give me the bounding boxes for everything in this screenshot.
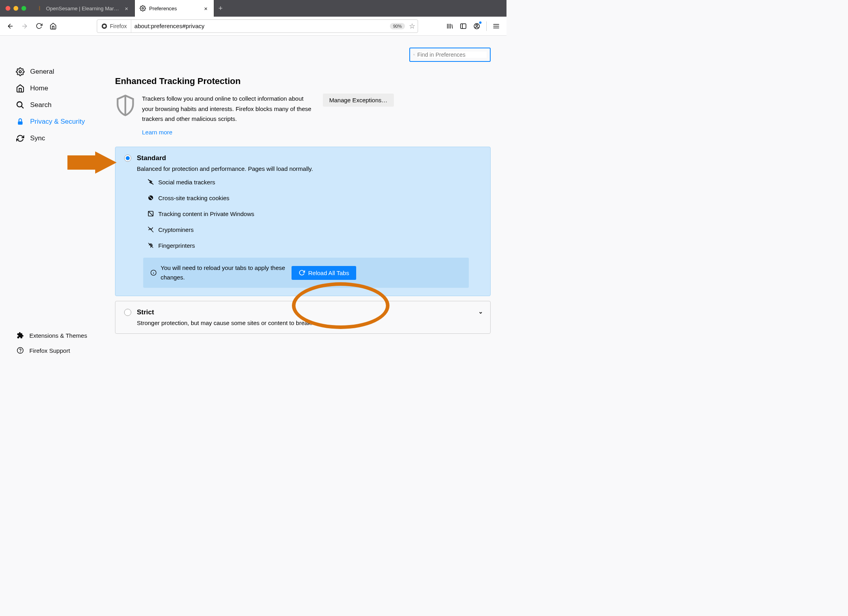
- preferences-search-input[interactable]: [417, 52, 487, 58]
- tracker-label: Tracking content in Private Windows: [158, 210, 254, 217]
- bookmark-star-icon[interactable]: ☆: [407, 22, 418, 31]
- forward-button[interactable]: [18, 20, 31, 33]
- library-button[interactable]: [443, 20, 456, 33]
- chevron-down-icon[interactable]: ⌄: [478, 308, 483, 315]
- sidebar-item-search[interactable]: Search: [16, 97, 99, 113]
- sync-icon: [16, 134, 25, 143]
- tracker-item: Social media trackers: [147, 178, 482, 186]
- sidebar-item-sync[interactable]: Sync: [16, 130, 99, 147]
- option-description: Stronger protection, but may cause some …: [137, 319, 482, 326]
- sidebar-item-support[interactable]: Firefox Support: [16, 343, 99, 358]
- zoom-indicator[interactable]: 90%: [390, 23, 405, 29]
- url-input[interactable]: [131, 23, 390, 29]
- tracker-item: Cryptominers: [147, 226, 482, 233]
- toolbar-divider: [486, 21, 487, 31]
- reload-message: You will need to reload your tabs to app…: [161, 263, 288, 282]
- tracker-label: Cryptominers: [158, 226, 194, 233]
- info-icon: [150, 270, 157, 276]
- reload-all-tabs-button[interactable]: Reload All Tabs: [292, 266, 356, 280]
- reload-icon: [299, 270, 305, 276]
- svg-point-2: [103, 25, 106, 27]
- sidebar-item-home[interactable]: Home: [16, 80, 99, 97]
- svg-point-0: [142, 8, 144, 9]
- preferences-sidebar: General Home Search Privacy & Security S…: [0, 36, 99, 369]
- svg-rect-8: [18, 121, 23, 124]
- sidebar-item-label: Home: [30, 84, 48, 92]
- close-tab-icon[interactable]: ×: [203, 5, 209, 12]
- learn-more-link[interactable]: Learn more: [142, 127, 173, 138]
- option-title: Standard: [137, 154, 166, 162]
- tracker-label: Social media trackers: [158, 179, 215, 186]
- manage-exceptions-button[interactable]: Manage Exceptions…: [323, 94, 394, 107]
- svg-point-5: [476, 24, 478, 26]
- minimize-window-button[interactable]: [13, 6, 18, 11]
- reload-button-label: Reload All Tabs: [308, 270, 349, 276]
- tracker-item: Tracking content in Private Windows: [147, 210, 482, 217]
- svg-point-11: [414, 54, 414, 55]
- tab-favicon: ⦚: [36, 5, 43, 11]
- tab-preferences[interactable]: Preferences ×: [135, 0, 214, 17]
- tracker-item: Fingerprinters: [147, 242, 482, 249]
- svg-point-7: [17, 102, 22, 107]
- reload-notice: You will need to reload your tabs to app…: [143, 258, 469, 288]
- sidebar-item-privacy[interactable]: Privacy & Security: [16, 113, 99, 130]
- home-button[interactable]: [47, 20, 59, 33]
- preferences-page: General Home Search Privacy & Security S…: [0, 36, 506, 369]
- social-tracker-icon: [147, 178, 154, 186]
- tracker-item: Cross-site tracking cookies: [147, 194, 482, 201]
- preferences-search[interactable]: [409, 48, 491, 62]
- gear-icon: [16, 67, 25, 76]
- help-icon: [16, 346, 25, 355]
- search-icon: [413, 52, 415, 57]
- lock-icon: [16, 117, 25, 126]
- sidebar-item-label: Privacy & Security: [30, 118, 85, 126]
- sidebar-item-general[interactable]: General: [16, 63, 99, 80]
- home-icon: [16, 84, 25, 93]
- sidebar-item-label: Search: [30, 101, 52, 109]
- svg-point-6: [19, 71, 21, 73]
- option-title: Strict: [137, 308, 154, 316]
- sidebar-item-label: Extensions & Themes: [29, 332, 87, 339]
- tracker-label: Fingerprinters: [158, 242, 195, 249]
- gear-icon: [140, 5, 146, 11]
- fingerprinter-icon: [147, 242, 154, 249]
- back-button[interactable]: [4, 20, 17, 33]
- new-tab-button[interactable]: +: [214, 4, 227, 13]
- tab-opensesame[interactable]: ⦚ OpenSesame | Elearning Marketplace ×: [32, 0, 135, 17]
- url-bar[interactable]: Firefox 90% ☆: [97, 19, 418, 33]
- section-title: Enhanced Tracking Protection: [115, 76, 491, 86]
- account-button[interactable]: [470, 20, 483, 33]
- svg-point-10: [20, 352, 21, 352]
- radio-standard[interactable]: [124, 155, 131, 162]
- reload-button[interactable]: [33, 20, 45, 33]
- window-controls: [0, 6, 32, 11]
- sidebar-item-label: Sync: [30, 134, 45, 142]
- notification-dot-icon: [479, 21, 482, 24]
- tab-title: Preferences: [149, 6, 200, 11]
- puzzle-icon: [16, 331, 25, 340]
- preferences-content: Enhanced Tracking Protection Trackers fo…: [99, 36, 506, 369]
- sidebar-item-label: General: [30, 68, 54, 76]
- identity-label: Firefox: [110, 23, 127, 29]
- close-tab-icon[interactable]: ×: [123, 5, 130, 12]
- option-card-strict[interactable]: Strict Stronger protection, but may caus…: [115, 301, 491, 334]
- search-icon: [16, 101, 25, 109]
- shield-icon: [115, 94, 136, 118]
- option-card-standard[interactable]: Standard Balanced for protection and per…: [115, 147, 491, 296]
- radio-strict[interactable]: [124, 309, 131, 316]
- maximize-window-button[interactable]: [21, 6, 26, 11]
- etp-description: Trackers follow you around online to col…: [142, 95, 311, 122]
- identity-box[interactable]: Firefox: [97, 20, 131, 33]
- sidebar-item-extensions[interactable]: Extensions & Themes: [16, 328, 99, 343]
- svg-rect-3: [460, 24, 466, 29]
- navigation-toolbar: Firefox 90% ☆: [0, 17, 506, 36]
- sidebar-item-label: Firefox Support: [29, 347, 70, 354]
- option-description: Balanced for protection and performance.…: [137, 165, 482, 172]
- close-window-button[interactable]: [6, 6, 10, 11]
- window-titlebar: ⦚ OpenSesame | Elearning Marketplace × P…: [0, 0, 506, 17]
- sidebar-button[interactable]: [457, 20, 470, 33]
- tracker-label: Cross-site tracking cookies: [158, 195, 229, 201]
- tracking-content-icon: [147, 210, 154, 217]
- app-menu-button[interactable]: [490, 20, 503, 33]
- cookie-icon: [147, 194, 154, 201]
